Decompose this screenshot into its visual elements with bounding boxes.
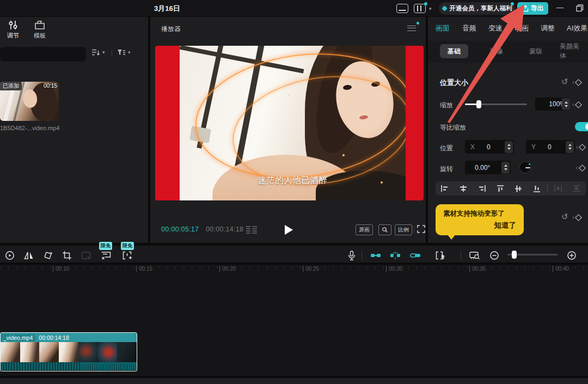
align-center-horizontal-icon[interactable] [454, 181, 473, 196]
tab-picture[interactable]: 画面 [436, 23, 450, 33]
timeline-bottom-strip [0, 377, 588, 384]
search-input[interactable] [0, 47, 86, 62]
sort-icon [91, 48, 100, 56]
reverse-play-icon[interactable] [4, 250, 15, 261]
uniform-scale-toggle[interactable] [575, 122, 588, 131]
membership-text: 开通会员，享新人福利 [450, 4, 512, 13]
tab-template-label: 模板 [27, 32, 53, 40]
position-x-box[interactable]: X 0 [465, 140, 514, 154]
timeline-zoom-handle[interactable] [512, 251, 517, 259]
zoom-out-icon[interactable] [489, 250, 500, 261]
clip-filmstrip [1, 342, 137, 362]
keyframe-control[interactable]: ‹ [572, 78, 581, 86]
rotate-stepper[interactable] [501, 162, 510, 174]
keyframe-diamond-icon [579, 164, 586, 172]
microphone-icon[interactable] [346, 250, 357, 261]
tab-adjustment[interactable]: 调整 [541, 23, 555, 33]
x-stepper[interactable] [505, 141, 513, 153]
tab-speed[interactable]: 变速 [488, 23, 503, 33]
limited-free-badge: 限免 [121, 242, 134, 250]
scale-stepper[interactable] [562, 98, 570, 110]
y-stepper[interactable] [566, 141, 574, 153]
keyframe-control[interactable]: ‹ [576, 143, 585, 151]
aspect-ratio-label: 比例 [398, 226, 409, 234]
subtab-beauty[interactable]: 美颜美体 [552, 44, 588, 58]
section-position-size[interactable]: 位置大小 [440, 78, 476, 88]
video-clip[interactable]: _video.mp4 00:00:14:18 [0, 332, 137, 371]
magnifier-icon [382, 227, 388, 233]
fullscreen-icon[interactable] [417, 225, 425, 233]
keyframe-control[interactable]: ‹ [576, 164, 585, 172]
tab-audio[interactable]: 音频 [462, 23, 476, 33]
tab-animation[interactable]: 动画 [514, 23, 529, 33]
position-y-box[interactable]: Y 0 [526, 140, 575, 154]
timeline-zoom-slider[interactable] [507, 254, 558, 255]
align-center-vertical-icon[interactable] [510, 181, 528, 196]
play-button[interactable] [285, 225, 293, 235]
divider [461, 251, 461, 260]
ruler-label: 00:25 [303, 266, 319, 272]
tab-ai-effects[interactable]: AI效果 [567, 23, 587, 33]
disabled-tool-icon [81, 250, 91, 261]
distribute-vertical-icon[interactable] [567, 181, 586, 196]
video-preview[interactable]: 迷茫的人他已酒醉 [155, 46, 424, 200]
membership-dot [511, 2, 514, 5]
tooltip-got-it-button[interactable]: 知道了 [494, 221, 517, 230]
minimize-button[interactable]: — [556, 3, 564, 11]
aspect-ratio-button[interactable]: 比例 [395, 224, 412, 235]
auto-cut-icon[interactable] [122, 250, 133, 261]
keyframe-diamond-icon [575, 214, 582, 221]
export-button[interactable]: 导出 [517, 2, 548, 15]
mirror-flip-icon[interactable] [23, 250, 34, 261]
template-icon [34, 20, 45, 30]
original-quality-button[interactable]: 原画 [356, 224, 373, 235]
align-bottom-icon[interactable] [528, 181, 546, 196]
distribute-horizontal-icon[interactable] [549, 181, 567, 196]
collapse-icon [471, 81, 476, 84]
magnet-snap-icon[interactable] [370, 250, 381, 261]
align-top-icon[interactable] [491, 181, 510, 196]
reset-icon[interactable]: ↺ [561, 77, 568, 87]
restore-window-button[interactable] [576, 4, 583, 11]
align-left-icon[interactable] [436, 181, 454, 196]
media-item-thumbnail[interactable]: 已添加 00:15 [0, 82, 59, 121]
select-tool-icon[interactable] [436, 250, 446, 261]
keyframe-control[interactable]: ‹ [572, 214, 581, 221]
tab-adjust[interactable]: 调节 [0, 20, 26, 40]
tab-template[interactable]: 模板 [27, 20, 53, 40]
captions-icon[interactable] [396, 4, 408, 13]
clip-filename: _video.mp4 [1, 334, 35, 342]
crop-icon[interactable] [62, 250, 72, 261]
keyframe-control[interactable]: ‹ [572, 101, 581, 108]
preview-zoom-button[interactable] [378, 224, 391, 235]
player-menu-icon[interactable] [407, 26, 416, 31]
rotate-icon[interactable] [42, 250, 53, 261]
auto-split-icon[interactable] [390, 250, 401, 261]
reset-icon[interactable]: ↺ [561, 212, 568, 222]
chevron-down-icon[interactable]: ▾ [429, 6, 432, 11]
frame-grid-icon[interactable] [246, 226, 257, 234]
scale-slider-handle[interactable] [476, 100, 481, 108]
subtab-mask[interactable]: 蒙版 [522, 44, 550, 58]
stepper-down-icon [565, 105, 568, 107]
membership-banner[interactable]: 开通会员，享新人福利 [439, 2, 515, 15]
smart-captions-icon[interactable] [100, 250, 111, 261]
timeline-preview-icon[interactable] [469, 250, 480, 261]
subtab-keying[interactable]: 抠像 [482, 44, 511, 58]
zoom-in-icon[interactable] [566, 250, 577, 261]
timeline-area[interactable]: _video.mp4 00:00:14:18 [0, 273, 588, 376]
keyframe-prev-icon: ‹ [572, 214, 574, 221]
align-right-icon[interactable] [473, 181, 491, 196]
limited-free-badge: 限免 [99, 242, 112, 250]
timeline-ruler[interactable]: 00:10 00:15 00:20 00:25 00:30 00:35 00:4… [0, 265, 588, 273]
rotate-value-box[interactable]: 0.00° [465, 161, 511, 174]
rotation-dial[interactable] [519, 161, 531, 173]
filter-control[interactable]: ▾ [117, 48, 131, 56]
sort-control[interactable]: ▾ [91, 48, 105, 56]
ruler-label: 00:35 [469, 266, 486, 272]
link-clips-icon[interactable] [410, 250, 421, 261]
layout-panels-icon[interactable] [414, 4, 426, 13]
keyframe-diamond-icon [579, 144, 586, 151]
scale-slider[interactable] [465, 103, 527, 105]
subtab-basic[interactable]: 基础 [440, 44, 468, 58]
